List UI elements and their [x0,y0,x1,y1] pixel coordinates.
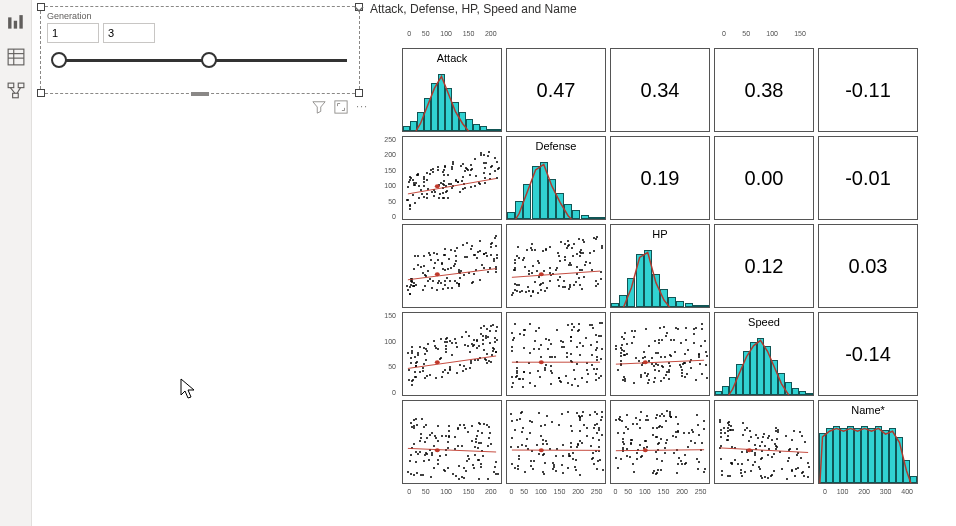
top-axis-ticks: 050100150 [714,30,814,44]
variable-label: Attack [403,52,501,64]
bottom-axis-ticks [714,488,814,502]
scatter-cell [610,400,710,484]
svg-line-31 [720,448,808,453]
svg-point-24 [643,360,648,364]
model-view-icon[interactable] [7,82,25,100]
scatter-cell [714,400,814,484]
variable-label: Speed [715,316,813,328]
slider-thumb-max[interactable] [201,52,217,68]
svg-point-30 [643,448,648,452]
mouse-cursor [180,378,196,400]
diag-histogram-Defense: Defense [506,136,606,220]
svg-line-17 [512,271,600,277]
visual-toolbar: ··· [312,100,368,114]
y-axis-ticks: 050100150200250 [378,136,398,220]
correlation-value: 0.030100150200250 [818,224,918,308]
svg-line-19 [408,356,496,368]
svg-line-25 [408,448,496,452]
bottom-axis-ticks: 050100150200250 [610,488,710,502]
top-axis-ticks [506,30,606,44]
filter-icon[interactable] [312,100,326,114]
svg-rect-0 [8,17,11,28]
correlation-value: 0.47 [506,48,606,132]
correlation-value: 0.38 [714,48,814,132]
chart-title: Attack, Defense, HP, Speed and Name [370,2,577,16]
bottom-axis-ticks: 0100200300400 [818,488,918,502]
top-axis-ticks: 050100150200 [402,30,502,44]
slider-track[interactable] [53,59,347,62]
resize-handle[interactable] [37,3,45,11]
resize-handle[interactable] [191,92,209,96]
scatter-cell [402,224,502,308]
y-axis-ticks [378,48,398,132]
svg-point-14 [435,184,440,188]
correlation-value: 0.19 [610,136,710,220]
scatter-cell [402,312,502,396]
diag-histogram-HP: HP [610,224,710,308]
correlation-value: -0.01050100150200250 [818,136,918,220]
more-icon[interactable]: ··· [356,100,368,114]
svg-line-13 [408,178,496,193]
chevron-down-icon[interactable] [354,4,364,14]
scatter-cell [402,400,502,484]
correlation-value: -0.14 [818,312,918,396]
slicer-visual[interactable]: Generation [40,6,360,94]
report-view-icon[interactable] [7,14,25,32]
svg-line-15 [408,269,496,280]
bottom-axis-ticks: 050100150200250 [506,488,606,502]
correlation-value: 0.00 [714,136,814,220]
resize-handle[interactable] [355,89,363,97]
svg-point-18 [539,272,544,276]
slicer-title: Generation [41,7,359,23]
scatter-matrix: 050100150200050100150Attack0.470.340.38-… [378,30,938,500]
y-axis-ticks: 050100150 [378,312,398,396]
diag-histogram-Speed: Speed [714,312,814,396]
scatter-cell [402,136,502,220]
bottom-axis-ticks: 050100150200 [402,488,502,502]
svg-point-28 [539,448,544,452]
svg-rect-7 [8,83,14,88]
svg-point-22 [539,360,544,364]
slicer-min-input[interactable] [47,23,99,43]
svg-rect-9 [12,93,18,98]
scatter-cell [506,400,606,484]
data-view-icon[interactable] [7,48,25,66]
variable-label: Name* [819,404,917,416]
diag-histogram-Attack: Attack [402,48,502,132]
correlation-value: 0.12 [714,224,814,308]
y-axis-ticks [378,400,398,484]
svg-rect-2 [19,15,22,29]
scatter-cell [506,224,606,308]
svg-line-23 [616,360,704,364]
focus-mode-icon[interactable] [334,100,348,114]
variable-label: HP [611,228,709,240]
scatter-cell [610,312,710,396]
svg-rect-3 [8,49,24,65]
left-nav-rail [0,0,32,526]
svg-point-32 [747,448,752,452]
svg-point-16 [435,272,440,276]
variable-label: Defense [507,140,605,152]
svg-rect-1 [13,21,16,29]
resize-handle[interactable] [37,89,45,97]
svg-line-11 [17,88,20,94]
svg-rect-8 [18,83,24,88]
svg-rect-12 [335,101,347,113]
correlation-value: -0.11050100150 [818,48,918,132]
svg-point-20 [435,360,440,364]
top-axis-ticks [818,30,918,44]
top-axis-ticks [610,30,710,44]
svg-line-29 [616,450,704,451]
slicer-max-input[interactable] [103,23,155,43]
svg-line-10 [10,88,15,94]
y-axis-ticks [378,224,398,308]
diag-histogram-Name*: Name*0100200300400 [818,400,918,484]
slider-thumb-min[interactable] [51,52,67,68]
svg-point-26 [435,448,440,452]
correlation-value: 0.34 [610,48,710,132]
scatter-cell [506,312,606,396]
